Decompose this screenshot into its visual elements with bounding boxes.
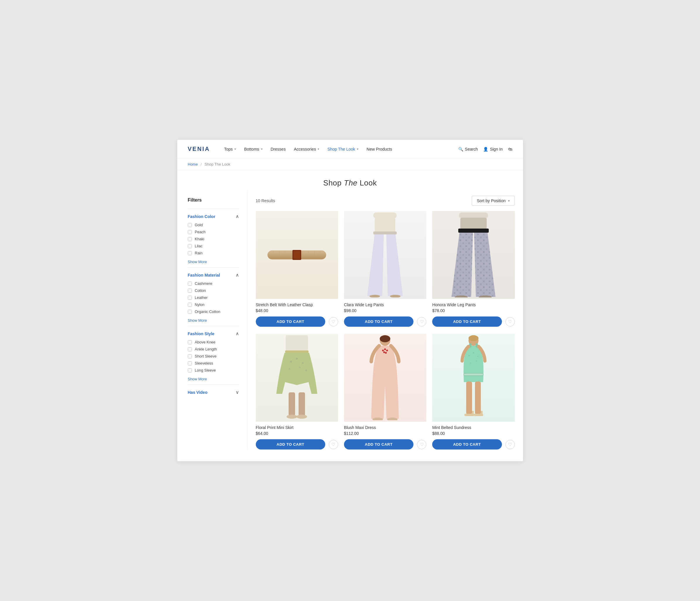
filter-option-peach[interactable]: Peach: [188, 230, 239, 234]
svg-rect-60: [472, 411, 474, 416]
wishlist-button-0[interactable]: ♡: [329, 317, 338, 326]
filter-option-lilac[interactable]: Lilac: [188, 244, 239, 248]
wishlist-button-2[interactable]: ♡: [505, 317, 515, 326]
checkbox-ankle-length[interactable]: [188, 347, 192, 351]
product-image-skirt: [256, 334, 338, 422]
nav-item-dresses[interactable]: Dresses: [267, 145, 289, 153]
filter-option-organic-cotton[interactable]: Organic Cotton: [188, 309, 239, 314]
filter-option-cotton[interactable]: Cotton: [188, 289, 239, 293]
show-more-material[interactable]: Show More: [188, 318, 207, 323]
pants-white-svg: [365, 212, 405, 297]
filter-option-cashmere[interactable]: Cashmere: [188, 281, 239, 286]
filter-option-gold[interactable]: Gold: [188, 223, 239, 227]
cart-button[interactable]: [508, 147, 512, 151]
filter-style-header[interactable]: Fashion Style ∧: [188, 331, 239, 336]
svg-point-38: [380, 335, 390, 342]
checkbox-short-sleeve[interactable]: [188, 354, 192, 358]
add-to-cart-button-0[interactable]: ADD TO CART: [256, 317, 325, 327]
checkbox-above-knee[interactable]: [188, 340, 192, 344]
main-nav: Tops ▾ Bottoms ▾ Dresses Accessories ▾ S…: [221, 145, 458, 153]
product-card-3: Floral Print Mini Skirt $64.00 ADD TO CA…: [256, 334, 338, 450]
filter-option-khaki[interactable]: Khaki: [188, 237, 239, 241]
product-image-dress-mint: [432, 334, 515, 422]
checkbox-rain[interactable]: [188, 251, 192, 255]
filter-style-title: Fashion Style: [188, 331, 215, 336]
cart-icon: [508, 147, 512, 151]
checkbox-cotton[interactable]: [188, 289, 192, 293]
nav-item-bottoms[interactable]: Bottoms ▾: [241, 145, 266, 153]
chevron-down-icon: ▾: [508, 199, 510, 203]
add-to-cart-button-5[interactable]: ADD TO CART: [432, 439, 502, 450]
filter-color-header[interactable]: Fashion Color ∧: [188, 214, 239, 219]
product-actions-1: ADD TO CART ♡: [344, 317, 426, 327]
product-card-2: Honora Wide Leg Pants $78.00 ADD TO CART…: [432, 211, 515, 327]
svg-point-31: [299, 367, 301, 368]
product-card-5: Mint Belted Sundress $88.00 ADD TO CART …: [432, 334, 515, 450]
product-card-1: Clara Wide Leg Pants $98.00 ADD TO CART …: [344, 211, 426, 327]
filter-option-short-sleeve[interactable]: Short Sleeve: [188, 354, 239, 358]
nav-item-new-products[interactable]: New Products: [363, 145, 396, 153]
product-image-dress-pink: [344, 334, 426, 422]
product-price-2: $78.00: [432, 308, 515, 313]
filter-option-ankle-length[interactable]: Ankle Length: [188, 347, 239, 351]
search-button[interactable]: Search: [458, 147, 478, 151]
checkbox-long-sleeve[interactable]: [188, 368, 192, 372]
skirt-svg: [273, 335, 320, 420]
mint-dress-svg: [452, 335, 496, 420]
svg-rect-12: [373, 212, 397, 218]
svg-rect-33: [289, 392, 295, 416]
wishlist-button-1[interactable]: ♡: [417, 317, 426, 326]
breadcrumb: Home / Shop The Look: [177, 158, 523, 170]
checkbox-nylon[interactable]: [188, 303, 192, 307]
filter-option-rain[interactable]: Rain: [188, 251, 239, 255]
checkbox-peach[interactable]: [188, 230, 192, 234]
wishlist-button-3[interactable]: ♡: [329, 440, 338, 449]
add-to-cart-button-2[interactable]: ADD TO CART: [432, 317, 502, 327]
page-title: Shop The Look: [177, 178, 523, 187]
add-to-cart-button-1[interactable]: ADD TO CART: [344, 317, 414, 327]
filter-option-above-knee[interactable]: Above Knee: [188, 340, 239, 344]
show-more-color[interactable]: Show More: [188, 260, 207, 264]
product-name-1: Clara Wide Leg Pants: [344, 302, 426, 307]
add-to-cart-button-4[interactable]: ADD TO CART: [344, 439, 414, 450]
svg-point-42: [383, 351, 385, 353]
checkbox-sleeveless[interactable]: [188, 361, 192, 366]
filter-section-material: Fashion Material ∧ Cashmere Cotton Leath…: [188, 267, 239, 326]
wishlist-button-4[interactable]: ♡: [417, 440, 426, 449]
product-price-1: $98.00: [344, 308, 426, 313]
logo[interactable]: VENIA: [188, 146, 210, 152]
checkbox-organic-cotton[interactable]: [188, 310, 192, 314]
filter-option-sleeveless[interactable]: Sleeveless: [188, 361, 239, 366]
checkbox-gold[interactable]: [188, 223, 192, 227]
filter-option-leather[interactable]: Leather: [188, 295, 239, 300]
svg-rect-18: [460, 218, 487, 229]
filter-color-toggle: ∧: [235, 214, 239, 219]
checkbox-lilac[interactable]: [188, 244, 192, 248]
filter-option-long-sleeve[interactable]: Long Sleeve: [188, 368, 239, 372]
filter-label-ankle-length: Ankle Length: [195, 347, 217, 351]
wishlist-button-5[interactable]: ♡: [505, 440, 515, 449]
checkbox-leather[interactable]: [188, 296, 192, 300]
filter-material-header[interactable]: Fashion Material ∧: [188, 272, 239, 278]
breadcrumb-home[interactable]: Home: [188, 162, 198, 167]
filter-video-header[interactable]: Has Video ∨: [188, 390, 239, 395]
sort-dropdown[interactable]: Sort by Position ▾: [472, 196, 515, 206]
filter-option-nylon[interactable]: Nylon: [188, 302, 239, 307]
svg-point-50: [473, 352, 474, 353]
checkbox-khaki[interactable]: [188, 237, 192, 241]
show-more-style[interactable]: Show More: [188, 377, 207, 381]
product-name-3: Floral Print Mini Skirt: [256, 425, 338, 430]
filter-label-peach: Peach: [195, 230, 206, 234]
filter-label-cotton: Cotton: [195, 289, 206, 293]
chevron-down-icon: ▾: [234, 147, 236, 151]
signin-button[interactable]: Sign In: [483, 147, 503, 151]
product-name-0: Stretch Belt With Leather Clasp: [256, 302, 338, 307]
filter-label-khaki: Khaki: [195, 237, 204, 241]
add-to-cart-button-3[interactable]: ADD TO CART: [256, 439, 325, 450]
svg-rect-11: [294, 251, 300, 259]
nav-item-shop-the-look[interactable]: Shop The Look ▾: [324, 145, 362, 153]
checkbox-cashmere[interactable]: [188, 282, 192, 286]
product-actions-4: ADD TO CART ♡: [344, 439, 426, 450]
nav-item-accessories[interactable]: Accessories ▾: [291, 145, 323, 153]
nav-item-tops[interactable]: Tops ▾: [221, 145, 240, 153]
